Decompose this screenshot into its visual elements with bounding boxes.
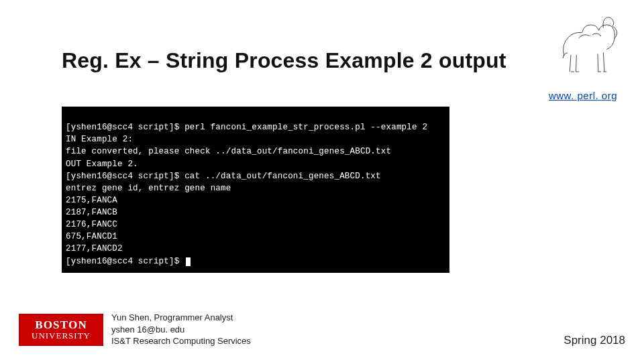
author-name: Yun Shen, Programmer Analyst [111,312,251,324]
author-block: Yun Shen, Programmer Analyst yshen 16@bu… [111,312,251,347]
boston-university-logo: BOSTON UNIVERSITY [19,314,103,346]
terminal-line: [yshen16@scc4 script]$ perl fanconi_exam… [66,123,427,132]
terminal-line: 2177,FANCD2 [66,244,123,253]
terminal-cursor-icon [186,257,191,266]
semester-label: Spring 2018 [564,334,625,347]
terminal-line: entrez gene id, entrez gene name [66,184,231,193]
terminal-output: [yshen16@scc4 script]$ perl fanconi_exam… [62,107,449,273]
camel-icon [554,13,621,76]
slide-footer: BOSTON UNIVERSITY Yun Shen, Programmer A… [19,312,625,347]
logo-line-2: UNIVERSITY [32,331,91,341]
author-dept: IS&T Research Computing Services [111,335,251,347]
terminal-line: 2175,FANCA [66,196,117,205]
terminal-line: 2176,FANCC [66,220,117,229]
slide-title: Reg. Ex – String Process Example 2 outpu… [62,48,506,73]
logo-line-1: BOSTON [35,319,87,331]
author-email: yshen 16@bu. edu [111,324,251,336]
terminal-line: file converted, please check ../data_out… [66,147,391,156]
terminal-line: IN Example 2: [66,135,133,144]
terminal-line: [yshen16@scc4 script]$ cat ../data_out/f… [66,172,381,181]
footer-left: BOSTON UNIVERSITY Yun Shen, Programmer A… [19,312,251,347]
terminal-line: 675,FANCD1 [66,232,117,241]
perl-website-link[interactable]: www. perl. org [549,90,617,101]
terminal-line: OUT Example 2. [66,160,138,169]
terminal-line: [yshen16@scc4 script]$ [66,257,184,266]
terminal-line: 2187,FANCB [66,208,117,217]
